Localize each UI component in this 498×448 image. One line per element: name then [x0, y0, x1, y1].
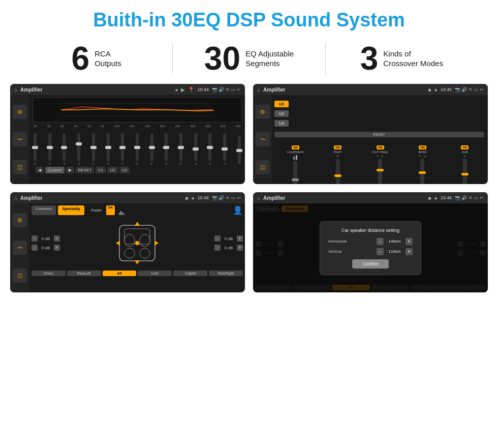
vertical-minus[interactable]: - — [377, 248, 384, 255]
reset-btn-eq[interactable]: RESET — [76, 167, 95, 173]
home-icon-2[interactable]: ⌂ — [257, 87, 260, 93]
minus-btn-2[interactable]: - — [32, 245, 38, 251]
svg-marker-9 — [135, 222, 140, 226]
slider-15[interactable] — [238, 136, 241, 165]
driver-btn[interactable]: Driver — [32, 271, 66, 276]
u1-preset[interactable]: U1 — [274, 101, 289, 107]
slider-1[interactable]: 0 — [34, 133, 37, 165]
phat-slider[interactable] — [336, 159, 340, 184]
rearleft-btn[interactable]: RearLeft — [67, 271, 101, 276]
eq-sidebar-btn-1[interactable]: ⚙ — [13, 105, 27, 119]
time-3: 10:46 — [197, 195, 209, 200]
home-icon-4[interactable]: ⌂ — [257, 195, 260, 201]
slider-13[interactable]: 0 — [208, 133, 211, 165]
page-title: Buith-in 30EQ DSP Sound System — [0, 0, 498, 37]
avatar-icon-3[interactable]: 👤 — [233, 205, 243, 215]
amp-sidebar-btn-1[interactable]: ⚙ — [256, 105, 270, 119]
all-btn[interactable]: All — [103, 271, 137, 276]
confirm-button[interactable]: Confirm — [352, 259, 389, 268]
screen-dialog: ⌂ Amplifier ■ ● 10:46 📷 🔊 ✕ ▭ ↩ Common S… — [253, 192, 488, 292]
tab-specialty-3[interactable]: Specialty — [58, 205, 84, 215]
dot-icon-1: ● — [175, 87, 178, 93]
u1-btn[interactable]: U1 — [96, 167, 106, 173]
reset-btn-amp[interactable]: RESET — [274, 132, 484, 137]
on-badge-bass: ON — [419, 145, 426, 150]
horizontal-ctrl: - 140cm + — [377, 238, 413, 245]
slider-14[interactable]: -1 — [223, 133, 226, 165]
loudness-slider[interactable] — [293, 161, 297, 184]
ctrl-phat: ON PHAT F 6432160 — [318, 145, 357, 184]
slider-9[interactable]: 0 — [150, 133, 153, 165]
db-val-2: 0 dB — [39, 246, 52, 250]
svg-marker-11 — [116, 241, 120, 246]
topbar-title-4: Amplifier — [263, 195, 425, 201]
stat-number-3: 3 — [360, 42, 379, 75]
prev-btn[interactable]: ◀ — [36, 167, 44, 173]
slider-2[interactable]: 0 — [48, 133, 51, 165]
slider-11[interactable]: 0 — [179, 133, 182, 165]
user-btn[interactable]: User — [138, 271, 172, 276]
dot-icon-2: ■ — [428, 87, 431, 93]
db-row-1: - 0 dB + — [32, 235, 60, 242]
time-1: 10:44 — [197, 87, 209, 92]
topbar-icons-2: 📷 🔊 ✕ ▭ ↩ — [455, 87, 484, 92]
slider-4[interactable]: 5 — [77, 133, 80, 165]
plus-btn-2[interactable]: + — [54, 245, 60, 251]
rearright-btn[interactable]: RearRight — [209, 271, 243, 276]
copilot-btn[interactable]: Copilot — [173, 271, 207, 276]
play-icon-1[interactable]: ▶ — [181, 87, 185, 93]
phat-label: PHAT — [334, 151, 342, 154]
slider-7[interactable]: 0 — [121, 133, 124, 165]
slider-6[interactable]: 0 — [107, 133, 110, 165]
eq-sidebar-btn-3[interactable]: ◫ — [13, 160, 27, 174]
stat-text-crossover: Kinds of Crossover Modes — [383, 49, 443, 69]
sub-slider[interactable] — [463, 159, 467, 184]
home-icon-1[interactable]: ⌂ — [14, 87, 17, 93]
bass-slider[interactable] — [420, 159, 424, 184]
topbar-title-2: Amplifier — [263, 87, 425, 93]
slider-3[interactable]: 0 — [63, 133, 66, 165]
stat-number-30: 30 — [204, 42, 240, 75]
dot2-icon-3: ● — [191, 195, 194, 201]
sp-sidebar-btn-1[interactable]: ⚙ — [13, 213, 27, 227]
plus-btn-3[interactable]: + — [237, 235, 243, 242]
minus-btn-4[interactable]: - — [214, 245, 221, 251]
on-badge-phat: ON — [334, 145, 341, 150]
horizontal-minus[interactable]: - — [377, 238, 384, 245]
amp-sidebar-btn-3[interactable]: ◫ — [256, 160, 270, 174]
sp-sidebar-btn-3[interactable]: ◫ — [13, 268, 27, 283]
eq-sidebar-btn-2[interactable]: 〜 — [13, 132, 27, 146]
minus-btn-1[interactable]: - — [32, 235, 38, 242]
dialog-vertical-row: Vertical - 110cm + — [328, 248, 413, 255]
u3-preset[interactable]: U3 — [274, 120, 289, 127]
u2-btn[interactable]: U2 — [107, 167, 117, 173]
eq-bottom-bar: ◀ Custom ▶ RESET U1 U2 U3 — [33, 165, 242, 175]
amp-sidebar-btn-2[interactable]: 〜 — [256, 132, 270, 146]
plus-btn-4[interactable]: + — [237, 245, 243, 251]
slider-5[interactable]: 0 — [92, 133, 95, 165]
on-badge-sub: ON — [461, 145, 469, 150]
ctrl-loudness: ON LOUDNESS G — [275, 145, 315, 184]
stat-text-eq: EQ Adjustable Segments — [245, 49, 294, 69]
u3-btn[interactable]: U3 — [119, 167, 130, 173]
horizontal-plus[interactable]: + — [406, 238, 413, 245]
play-btn-eq[interactable]: ▶ — [66, 167, 74, 173]
u2-preset[interactable]: U2 — [274, 110, 289, 117]
svg-marker-12 — [154, 241, 159, 246]
cut-slider[interactable] — [378, 159, 382, 184]
dot2-icon-4: ● — [434, 195, 437, 201]
topbar-title-1: Amplifier — [20, 87, 172, 93]
custom-btn[interactable]: Custom — [45, 167, 65, 173]
vertical-plus[interactable]: + — [406, 248, 413, 255]
slider-10[interactable]: 0 — [165, 133, 168, 165]
db-row-2: - 0 dB + — [32, 245, 60, 251]
home-icon-3[interactable]: ⌂ — [14, 195, 17, 201]
slider-12[interactable]: -1 — [194, 133, 197, 165]
tab-common-3[interactable]: Common — [32, 205, 56, 215]
sp-sidebar-btn-2[interactable]: 〜 — [13, 241, 27, 255]
slider-8[interactable]: 0 — [136, 133, 139, 165]
plus-btn-1[interactable]: + — [54, 235, 60, 242]
minus-btn-3[interactable]: - — [214, 235, 221, 242]
fader-bars — [119, 205, 124, 215]
sub-label: SUB — [462, 151, 468, 154]
